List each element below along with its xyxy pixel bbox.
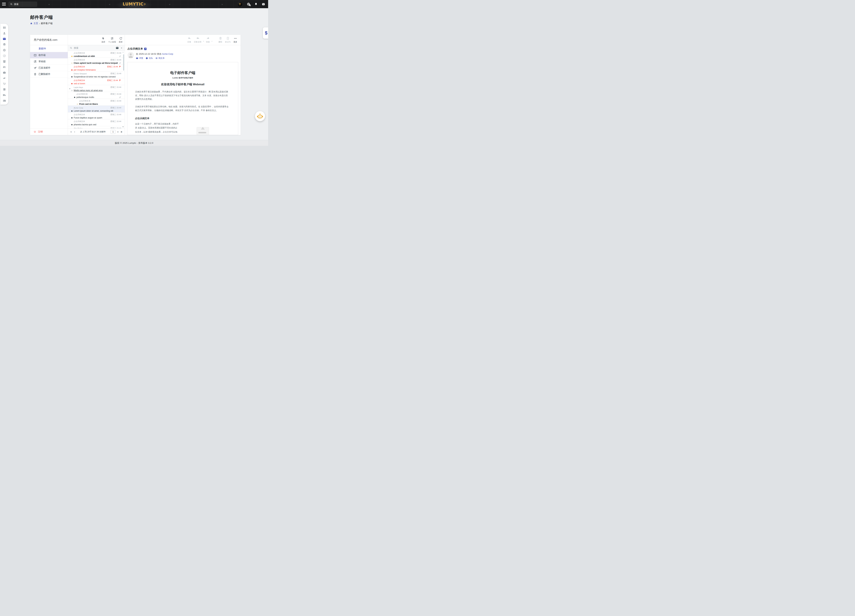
dropdown-caret-icon[interactable] bbox=[211, 41, 213, 42]
info-icon bbox=[146, 57, 148, 59]
folder-item-drafts[interactable]: 草稿箱 bbox=[30, 58, 68, 65]
message-header: 占位示例文本 在 2025-12-22 18:02 来自 Acme Corp bbox=[125, 45, 241, 61]
email-date: 星期三 15:44 bbox=[110, 93, 121, 95]
customers-icon bbox=[3, 65, 6, 69]
thread-expander-icon[interactable] bbox=[69, 88, 70, 90]
message-meta: 在 2025-12-22 18:02 来自 Acme Corp bbox=[136, 52, 173, 55]
rail-item-tags[interactable] bbox=[3, 76, 6, 80]
global-search-input[interactable] bbox=[14, 3, 35, 6]
email-row[interactable]: Abe Bailey 星期三 15:44 bbox=[68, 126, 125, 128]
pagination-bar: « ‹ 从 1 到 20于共计 39 封邮件 › » bbox=[68, 128, 125, 135]
rail-item-contacts[interactable] bbox=[3, 32, 6, 35]
copyright-text: 版权 © 2025 Lumytic - 发布版本 3.2.0 bbox=[115, 142, 153, 145]
menu-toggle-button[interactable] bbox=[2, 3, 6, 6]
rail-item-shipping[interactable] bbox=[3, 93, 6, 97]
folder-item-trash[interactable]: 已删除邮件 bbox=[30, 71, 68, 78]
first-page-button[interactable]: « bbox=[70, 130, 72, 133]
email-row[interactable]: 占位示例文本 星期三 15:44 Class aptent taciti soc… bbox=[68, 58, 125, 64]
trash-o-icon bbox=[219, 37, 222, 40]
lines-icon bbox=[155, 57, 158, 59]
dropdown-caret-icon[interactable] bbox=[203, 41, 204, 42]
folder-label: 已删除邮件 bbox=[38, 73, 51, 76]
email-row[interactable]: Divine Shepard 星期三 15:44 Suspendisse id … bbox=[68, 72, 125, 78]
chevron-down-icon[interactable] bbox=[121, 47, 123, 49]
refresh-button[interactable]: 刷新 bbox=[118, 36, 124, 44]
options-button[interactable]: 个人选项 bbox=[107, 36, 117, 44]
email-row[interactable]: 占位示例文本 星期三 15:44 Fusce dapibus augue ac … bbox=[68, 113, 125, 119]
rail-item-store[interactable] bbox=[3, 88, 6, 91]
headers-link[interactable]: 信头 bbox=[146, 57, 153, 60]
search-icon bbox=[10, 3, 12, 5]
email-row[interactable]: 占位示例文本 星期三 15:44 pellentesque mollis bbox=[68, 92, 125, 99]
status-dot bbox=[71, 90, 72, 91]
more-button[interactable]: 更多 bbox=[232, 36, 239, 44]
shipping-icon bbox=[3, 93, 6, 97]
rail-item-customers[interactable] bbox=[3, 65, 6, 69]
mark-button[interactable]: 标记为 bbox=[224, 36, 232, 44]
last-page-button[interactable]: » bbox=[120, 130, 123, 133]
reply-button[interactable]: 回复 bbox=[186, 36, 193, 44]
breadcrumb-separator: › bbox=[39, 22, 40, 25]
user-avatar[interactable]: T bbox=[238, 2, 242, 7]
search-scope-envelope-button[interactable] bbox=[115, 46, 119, 49]
payments-tab[interactable]: $ bbox=[263, 28, 268, 39]
assistant-robot-button[interactable] bbox=[255, 111, 265, 121]
folder-item-sent[interactable]: 已发送邮件 bbox=[30, 65, 68, 71]
email-row[interactable]: 占位示例文本 星期三 15:44 per inceptos himenaeos bbox=[68, 64, 125, 72]
email-subject: Proin sed mi libero bbox=[79, 103, 121, 105]
email-date: 星期三 15:44 bbox=[110, 120, 121, 123]
account-email: 用户@您的域名.com bbox=[34, 38, 57, 41]
notifications-bell-icon[interactable] bbox=[254, 3, 257, 6]
list-toolbar: 选择 个人选项 刷新 bbox=[68, 35, 125, 45]
forward-button[interactable]: 转发 bbox=[205, 36, 211, 44]
email-row[interactable]: 占位示例文本 星期三 15:44 condimentum ut nibh bbox=[68, 51, 125, 58]
archive-icon bbox=[3, 60, 6, 63]
attachment-icon bbox=[119, 62, 121, 64]
email-row[interactable]: Acme Corp 星期三 15:44 Lorem ipsum dolor si… bbox=[68, 105, 125, 113]
email-date: 星期三 15:44 bbox=[110, 52, 121, 54]
scrollbar-thumb[interactable] bbox=[123, 54, 124, 70]
reply-all-button[interactable]: 回复全部 bbox=[193, 36, 203, 44]
prev-page-button[interactable]: ‹ bbox=[74, 130, 75, 133]
power-icon bbox=[34, 130, 36, 133]
email-row[interactable]: 占位示例文本 星期三 15:44 sed ut lorem bbox=[68, 78, 125, 85]
next-page-button[interactable]: › bbox=[117, 130, 119, 133]
select-button[interactable]: 选择 bbox=[100, 36, 107, 44]
messages-mail-icon[interactable] bbox=[262, 3, 265, 6]
page-number-input[interactable] bbox=[110, 130, 116, 134]
list-search-input[interactable] bbox=[74, 46, 114, 49]
rail-item-mail[interactable] bbox=[3, 37, 6, 41]
details-link[interactable]: 详情 bbox=[136, 57, 143, 60]
mail-fill-icon bbox=[136, 57, 138, 59]
logout-link[interactable]: 注销 bbox=[30, 128, 68, 135]
open-in-new-icon[interactable] bbox=[144, 48, 147, 50]
folder-item-inbox[interactable]: 收件箱 bbox=[30, 52, 68, 58]
breadcrumb-home-link[interactable]: 主页 bbox=[34, 22, 38, 25]
settings-icon bbox=[3, 49, 6, 52]
rail-item-billing[interactable] bbox=[3, 99, 6, 102]
rail-item-archive[interactable] bbox=[3, 60, 6, 63]
message-body-frame: 电子邮件客户端 Lumtic 软件中的电子邮件 欢迎使用电子邮件客户端 Webm… bbox=[127, 62, 238, 135]
status-dot bbox=[71, 110, 72, 112]
rail-item-approvals[interactable] bbox=[3, 54, 6, 57]
email-row[interactable]: Layla Hays 星期三 15:44 Morbi varius nunc s… bbox=[68, 85, 125, 92]
plaintext-link[interactable]: 纯文本 bbox=[155, 57, 165, 60]
trash-icon bbox=[34, 73, 37, 76]
rail-item-settings[interactable] bbox=[3, 49, 6, 52]
scroll-up-icon[interactable] bbox=[122, 52, 124, 53]
rail-item-business[interactable] bbox=[3, 71, 6, 74]
email-subject: Lorem ipsum dolor sit amet, consecting e… bbox=[74, 110, 121, 112]
language-globe-icon[interactable] bbox=[247, 2, 250, 6]
email-row[interactable]: 占位示例文本 星期三 15:44 pharetra lacinia quis s… bbox=[68, 119, 125, 126]
compose-link[interactable]: 新邮件 bbox=[30, 45, 68, 52]
rail-item-orders[interactable] bbox=[3, 82, 6, 86]
rail-item-products[interactable] bbox=[3, 43, 6, 46]
sender-link[interactable]: Acme Corp bbox=[162, 53, 173, 55]
robot-icon bbox=[257, 113, 263, 119]
rail-item-dashboard[interactable] bbox=[3, 26, 6, 29]
dashboard-icon bbox=[3, 26, 6, 29]
scroll-down-icon[interactable] bbox=[122, 126, 124, 128]
email-subject: Morbi varius nunc sit amet eros bbox=[74, 89, 121, 92]
email-row[interactable]: 占位示例文本 星期三 15:44 Proin sed mi libero bbox=[68, 99, 125, 105]
delete-button[interactable]: 删除 bbox=[217, 36, 224, 44]
